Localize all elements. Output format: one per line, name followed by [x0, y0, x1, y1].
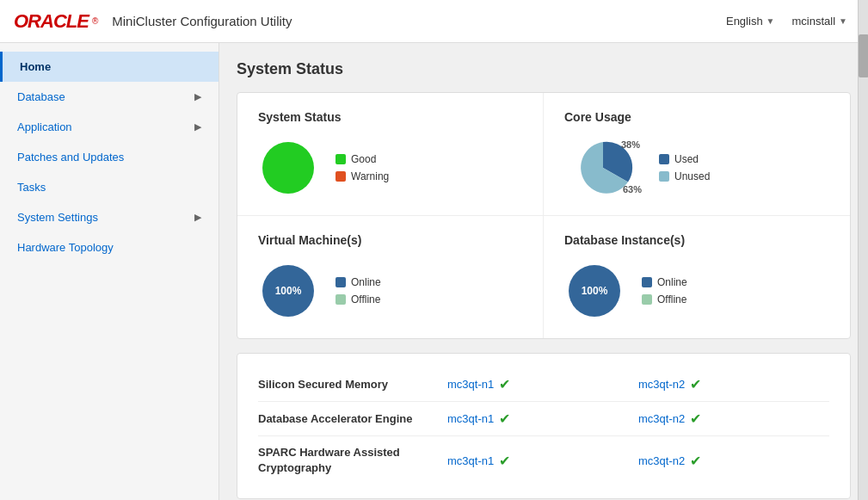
sidebar-item-database[interactable]: Database ▶ [0, 82, 219, 112]
feature-sparc-node1: mc3qt-n1 ✔ [447, 453, 638, 469]
ssm-node2-label: mc3qt-n2 [638, 378, 685, 391]
feature-row-sparc: SPARC Hardware AssistedCryptography mc3q… [258, 436, 829, 485]
vm-content: 100% Online Offline [258, 261, 522, 321]
feature-sparc-node2: mc3qt-n2 ✔ [638, 453, 829, 469]
used-pct-label: 38% [621, 139, 640, 150]
oracle-registered: ® [92, 16, 98, 26]
sidebar-item-patches-updates[interactable]: Patches and Updates [0, 142, 219, 172]
unused-pct-label: 63% [623, 184, 642, 194]
main-layout: Home Database ▶ Application ▶ Patches an… [0, 43, 868, 500]
db-instance-card: Database Instance(s) 100% Online [544, 216, 850, 338]
scrollbar[interactable] [858, 0, 868, 500]
legend-db-offline: Offline [642, 293, 687, 306]
unused-label: Unused [674, 170, 710, 182]
content-area: System Status System Status [219, 43, 868, 500]
oracle-logo: ORACLE ® [14, 10, 98, 33]
system-status-svg [258, 138, 318, 198]
system-status-legend: Good Warning [336, 153, 389, 182]
page-title: System Status [237, 60, 851, 78]
db-instance-content: 100% Online Offline [564, 261, 829, 321]
language-chevron-icon: ▼ [766, 16, 775, 26]
oracle-wordmark: ORACLE [14, 10, 89, 33]
legend-unused: Unused [659, 170, 710, 182]
feature-ssm-node1: mc3qt-n1 ✔ [447, 376, 638, 392]
header-right: English ▼ mcinstall ▼ [719, 11, 854, 31]
system-status-card: System Status Good [237, 93, 544, 216]
vm-legend: Online Offline [336, 276, 381, 306]
online-label: Online [657, 276, 687, 288]
vm-chart: 100% [258, 261, 318, 321]
system-status-title: System Status [258, 110, 522, 124]
online-label: Online [351, 276, 381, 288]
core-usage-card: Core Usage 38% 63% [544, 93, 850, 216]
vm-pct-label: 100% [275, 285, 302, 297]
core-usage-content: 38% 63% Used Unused [564, 138, 829, 198]
sidebar-item-label: Hardware Topology [17, 241, 114, 254]
check-icon: ✔ [690, 453, 701, 469]
arrow-icon: ▶ [194, 121, 201, 133]
offline-label: Offline [351, 293, 380, 306]
feature-dae-node2: mc3qt-n2 ✔ [638, 410, 829, 427]
core-usage-legend: Used Unused [659, 153, 710, 182]
good-color [336, 154, 346, 164]
status-grid: System Status Good [237, 92, 851, 339]
warning-color [336, 171, 346, 182]
header: ORACLE ® MiniCluster Configuration Utili… [0, 0, 868, 43]
dae-node2-label: mc3qt-n2 [638, 412, 685, 425]
feature-row-ssm: Silicon Secured Memory mc3qt-n1 ✔ mc3qt-… [258, 367, 829, 402]
legend-vm-offline: Offline [336, 293, 381, 306]
sparc-node2-label: mc3qt-n2 [638, 454, 685, 467]
check-icon: ✔ [499, 410, 510, 427]
used-label: Used [674, 153, 699, 165]
user-dropdown[interactable]: mcinstall ▼ [785, 11, 854, 31]
sidebar-item-home[interactable]: Home [0, 52, 219, 82]
warning-label: Warning [351, 170, 389, 182]
scrollbar-thumb[interactable] [859, 34, 868, 77]
system-status-content: Good Warning [258, 138, 522, 198]
sidebar-item-label: Home [20, 60, 51, 73]
legend-vm-online: Online [336, 276, 381, 288]
legend-db-online: Online [642, 276, 687, 288]
db-instance-legend: Online Offline [642, 276, 687, 306]
check-icon: ✔ [499, 376, 510, 392]
language-label: English [726, 15, 763, 28]
offline-color [336, 294, 346, 305]
sidebar-item-label: Patches and Updates [17, 151, 124, 164]
sparc-node1-label: mc3qt-n1 [447, 454, 494, 467]
legend-good: Good [336, 153, 389, 165]
sidebar-item-system-settings[interactable]: System Settings ▶ [0, 202, 219, 232]
ssm-node1-label: mc3qt-n1 [447, 378, 494, 391]
feature-ssm-node2: mc3qt-n2 ✔ [638, 376, 829, 392]
sidebar-item-hardware-topology[interactable]: Hardware Topology [0, 232, 219, 262]
feature-sparc-name: SPARC Hardware AssistedCryptography [258, 445, 447, 476]
features-card: Silicon Secured Memory mc3qt-n1 ✔ mc3qt-… [237, 353, 851, 499]
vm-title: Virtual Machine(s) [258, 233, 522, 247]
check-icon: ✔ [499, 453, 510, 469]
legend-warning: Warning [336, 170, 389, 182]
sidebar-item-label: Database [17, 90, 65, 103]
user-label: mcinstall [792, 15, 836, 28]
db-instance-title: Database Instance(s) [564, 233, 829, 247]
core-usage-chart-wrapper: 38% 63% [564, 138, 642, 198]
check-icon: ✔ [690, 410, 701, 427]
user-chevron-icon: ▼ [839, 16, 847, 26]
used-color [659, 154, 669, 164]
system-status-chart [258, 138, 318, 198]
sidebar-item-application[interactable]: Application ▶ [0, 112, 219, 142]
sidebar-item-label: Tasks [17, 181, 46, 194]
online-color [336, 277, 346, 287]
header-left: ORACLE ® MiniCluster Configuration Utili… [14, 10, 292, 33]
online-color [642, 277, 652, 287]
good-label: Good [351, 153, 376, 165]
sidebar-item-tasks[interactable]: Tasks [0, 172, 219, 202]
core-usage-title: Core Usage [564, 110, 829, 124]
dae-node1-label: mc3qt-n1 [447, 412, 494, 425]
offline-label: Offline [657, 293, 686, 306]
arrow-icon: ▶ [194, 212, 201, 223]
feature-dae-node1: mc3qt-n1 ✔ [447, 410, 638, 427]
app-title: MiniCluster Configuration Utility [112, 14, 292, 28]
legend-used: Used [659, 153, 710, 165]
sidebar-item-label: Application [17, 120, 72, 133]
vm-card: Virtual Machine(s) 100% Online [237, 216, 544, 338]
language-dropdown[interactable]: English ▼ [719, 11, 782, 31]
